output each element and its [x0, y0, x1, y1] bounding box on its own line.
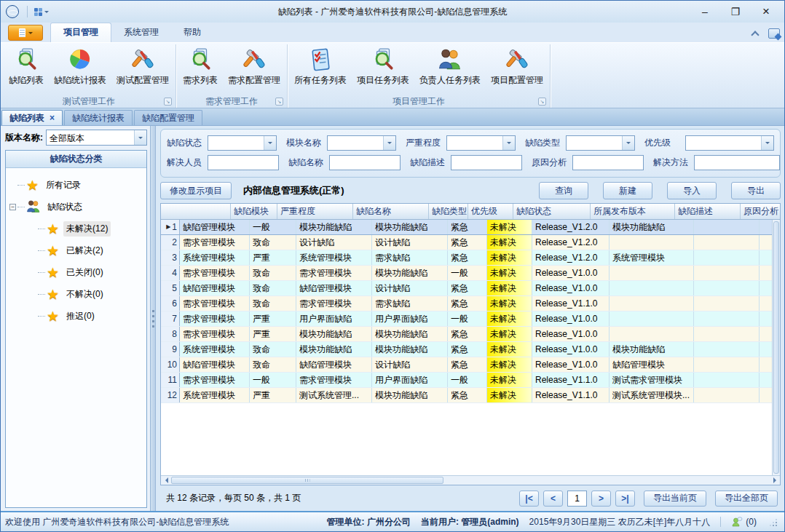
grid-row[interactable]: 6 需求管理模块 致命 需求管理模块 需求缺陷 紧急 未解决 Release_V…: [161, 296, 780, 311]
ribbon-button[interactable]: 所有任务列表: [289, 45, 352, 88]
chevron-down-icon[interactable]: [502, 136, 515, 150]
version-combobox[interactable]: 全部版本: [46, 130, 147, 146]
import-button[interactable]: 导入: [667, 182, 717, 199]
close-button[interactable]: ×: [751, 1, 781, 23]
grid-row[interactable]: 11 需求管理模块 一般 需求管理模块 用户界面缺陷 一般 未解决 Releas…: [161, 373, 780, 388]
tree-expander-icon[interactable]: −: [9, 204, 16, 210]
vertical-scrollbar[interactable]: [772, 220, 780, 475]
export-button[interactable]: 导出: [731, 182, 781, 199]
last-page-button[interactable]: >|: [615, 491, 635, 507]
export-all-pages-button[interactable]: 导出全部页: [715, 491, 778, 507]
filter-input[interactable]: [208, 155, 279, 170]
filter-combobox[interactable]: [327, 135, 396, 151]
ribbon-group: 所有任务列表 项目任务列表 负责人任务列表: [288, 44, 551, 108]
grid-row[interactable]: 3 系统管理模块 严重 系统管理模块 需求缺陷 紧急 未解决 Release_V…: [161, 250, 780, 266]
splitter-handle[interactable]: [150, 126, 156, 511]
resize-grip[interactable]: [768, 517, 777, 526]
ribbon-button[interactable]: 需求配置管理: [223, 45, 285, 88]
close-icon[interactable]: ×: [50, 114, 55, 122]
ribbon-collapse-icon[interactable]: [749, 28, 761, 39]
scroll-left-icon[interactable]: [161, 476, 170, 485]
ribbon-button[interactable]: 缺陷统计报表: [49, 45, 111, 88]
tree-item[interactable]: ★ 不解决(0): [7, 283, 145, 305]
ribbon-button[interactable]: 缺陷列表: [4, 45, 49, 88]
row-indicator: 4: [161, 266, 180, 280]
ribbon-button[interactable]: 需求列表: [178, 45, 223, 88]
grid-row[interactable]: 2 需求管理模块 致命 设计缺陷 设计缺陷 紧急 未解决 Release_V1.…: [161, 235, 780, 250]
cell-priority: 紧急: [448, 296, 487, 311]
horizontal-scrollbar[interactable]: [161, 475, 780, 485]
document-tab[interactable]: 缺陷统计报表: [64, 110, 133, 125]
grid-row[interactable]: 8 需求管理模块 严重 模块功能缺陷 模块功能缺陷 紧急 未解决 Release…: [161, 327, 780, 342]
cell-status: 未解决: [487, 281, 532, 295]
modify-display-button[interactable]: 修改显示项目: [160, 182, 232, 199]
scrollbar-thumb[interactable]: [773, 221, 779, 474]
filter-combobox[interactable]: [566, 135, 635, 151]
dialog-launcher-icon[interactable]: ↘: [164, 98, 172, 106]
ribbon-button[interactable]: 项目配置管理: [486, 45, 548, 88]
filter-input[interactable]: [572, 155, 644, 170]
star-icon: ★: [47, 244, 59, 258]
ribbon-button-icon: [242, 47, 267, 72]
tree-item[interactable]: ★ 未解决(12): [7, 218, 145, 239]
scroll-right-icon[interactable]: [770, 476, 780, 485]
quick-access-toolbar[interactable]: [31, 7, 52, 17]
export-current-page-button[interactable]: 导出当前页: [644, 491, 706, 507]
cell-priority: 紧急: [448, 357, 487, 372]
style-selector-icon[interactable]: [768, 28, 780, 39]
grid-row[interactable]: 5 缺陷管理模块 致命 缺陷管理模块 设计缺陷 紧急 未解决 Release_V…: [161, 281, 780, 296]
chevron-down-icon[interactable]: [383, 136, 395, 150]
row-indicator: 9: [161, 342, 180, 357]
chevron-down-icon[interactable]: [134, 130, 146, 145]
filter-input[interactable]: [329, 155, 401, 170]
chevron-down-icon[interactable]: [622, 136, 634, 150]
next-page-button[interactable]: >: [591, 491, 611, 507]
filter-combobox[interactable]: [446, 135, 516, 151]
tree-item[interactable]: ★ 推迟(0): [7, 305, 145, 327]
ribbon-tab[interactable]: 项目管理: [50, 23, 111, 42]
tree-item[interactable]: ★ 已关闭(0): [7, 261, 145, 283]
tree-item[interactable]: − 缺陷状态: [7, 196, 145, 218]
first-page-button[interactable]: |<: [519, 491, 539, 507]
prev-page-button[interactable]: <: [543, 491, 563, 507]
document-tab[interactable]: 缺陷列表 ×: [1, 110, 63, 125]
sidebar: 版本名称: 全部版本 缺陷状态分类 ★ 所有记录: [1, 126, 150, 511]
grid-row[interactable]: 9 系统管理模块 致命 模块功能缺陷 模块功能缺陷 紧急 未解决 Release…: [161, 342, 780, 357]
minimize-button[interactable]: –: [690, 1, 720, 23]
grid-row[interactable]: 4 需求管理模块 致命 需求管理模块 模块功能缺陷 一般 未解决 Release…: [161, 266, 780, 281]
cell-type: 用户界面缺陷: [372, 311, 448, 326]
grid-row[interactable]: 10 缺陷管理模块 致命 缺陷管理模块 设计缺陷 紧急 未解决 Release_…: [161, 357, 780, 373]
ribbon-button-icon: [68, 47, 92, 72]
query-button[interactable]: 查询: [539, 182, 588, 199]
filter-input[interactable]: [451, 155, 522, 170]
ribbon-tab[interactable]: 帮助: [171, 23, 213, 42]
maximize-button[interactable]: ❐: [720, 1, 751, 23]
grid-row[interactable]: ▶ 1 缺陷管理模块 一般 模块功能缺陷 模块功能缺陷 紧急 未解决 Relea…: [161, 220, 780, 235]
dialog-launcher-icon[interactable]: ↘: [538, 98, 546, 106]
grid-row[interactable]: 7 需求管理模块 严重 用户界面缺陷 用户界面缺陷 一般 未解决 Release…: [161, 311, 780, 327]
ribbon-button[interactable]: 测试配置管理: [111, 45, 174, 88]
ribbon-button[interactable]: 负责人任务列表: [414, 45, 486, 88]
filter-combobox[interactable]: [208, 135, 277, 151]
filter-input[interactable]: [694, 155, 780, 170]
dialog-launcher-icon[interactable]: ↘: [275, 98, 283, 106]
new-button[interactable]: 新建: [603, 182, 652, 199]
cell-description: [610, 327, 694, 341]
cell-description: [610, 266, 694, 280]
tree-item[interactable]: ★ 所有记录: [7, 174, 145, 196]
scrollbar-thumb[interactable]: [171, 477, 443, 484]
ribbon-button[interactable]: 项目任务列表: [352, 45, 414, 88]
tree-item[interactable]: ★ 已解决(2): [7, 239, 145, 261]
row-indicator: 12: [161, 388, 180, 402]
cell-type: 模块功能缺陷: [372, 342, 448, 357]
application-menu-button[interactable]: [8, 25, 43, 41]
row-indicator: 11: [161, 373, 180, 387]
page-number-input[interactable]: [567, 491, 587, 507]
message-indicator[interactable]: (0): [731, 516, 757, 528]
filter-combobox[interactable]: [685, 135, 774, 151]
chevron-down-icon[interactable]: [264, 136, 276, 150]
ribbon-tab[interactable]: 系统管理: [111, 23, 171, 42]
grid-row[interactable]: 12 系统管理模块 严重 测试系统管理... 模块功能缺陷 紧急 未解决 Rel…: [161, 388, 780, 403]
chevron-down-icon[interactable]: [761, 136, 773, 150]
document-tab[interactable]: 缺陷配置管理: [134, 110, 202, 125]
